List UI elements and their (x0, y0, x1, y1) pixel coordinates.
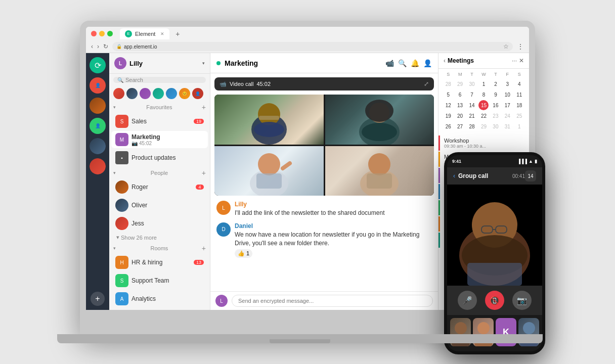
refresh-button[interactable]: ↻ (103, 43, 108, 50)
cal-day-22[interactable]: 22 (478, 111, 489, 121)
notifications-button[interactable]: 🔔 (411, 59, 419, 67)
calendar-back-button[interactable]: ‹ (444, 57, 446, 64)
user-avatar-3[interactable]: 👤 (90, 118, 106, 134)
cal-day-30-prev[interactable]: 30 (467, 79, 477, 89)
add-favourite-button[interactable]: + (202, 103, 206, 111)
oliver-label: Oliver (131, 202, 204, 209)
cal-day-1[interactable]: 1 (478, 79, 489, 89)
cal-day-29-prev[interactable]: 29 (455, 79, 465, 89)
cal-day-12[interactable]: 12 (443, 100, 453, 110)
user-avatar-4[interactable] (90, 138, 106, 154)
sidebar-item-marketing[interactable]: M Marketing 📷 45:02 (111, 131, 208, 148)
laptop-base (57, 334, 543, 343)
cal-day-16[interactable]: 16 (491, 100, 501, 110)
sidebar-item-hr-hiring[interactable]: H HR & hiring 13 (111, 254, 208, 271)
expand-icon[interactable]: ⤢ (424, 80, 429, 87)
forward-button[interactable]: › (97, 43, 99, 50)
cal-day-5[interactable]: 5 (443, 89, 453, 100)
user-avatar-5[interactable] (90, 158, 106, 174)
contact-avatar-6[interactable]: 😊 (179, 88, 190, 99)
cal-day-10[interactable]: 10 (502, 89, 512, 100)
user-avatar-1[interactable]: 👤 (90, 77, 106, 94)
cal-day-1-next[interactable]: 1 (514, 121, 524, 131)
cal-day-28-prev[interactable]: 28 (443, 79, 453, 89)
add-person-button[interactable]: + (202, 169, 206, 177)
group-participants-button[interactable]: 14 (525, 170, 536, 181)
message-input[interactable] (232, 295, 433, 307)
cal-day-9[interactable]: 9 (491, 89, 501, 100)
cal-day-6[interactable]: 6 (455, 89, 465, 100)
search-chat-button[interactable]: 🔍 (398, 59, 407, 67)
cal-day-29-next[interactable]: 29 (478, 121, 489, 131)
video-call-button[interactable]: 📹 (385, 59, 394, 67)
calendar-header: ‹ Meetings ··· ✕ (438, 53, 529, 69)
cal-day-13[interactable]: 13 (455, 100, 465, 110)
cal-day-17[interactable]: 17 (502, 100, 512, 110)
close-button[interactable] (91, 31, 97, 36)
sidebar-item-q2-planning[interactable]: Q Q2 Planning (111, 308, 208, 310)
cal-day-21[interactable]: 21 (467, 111, 477, 121)
cal-day-14[interactable]: 14 (467, 100, 477, 110)
sidebar-item-jess[interactable]: Jess (111, 215, 208, 232)
cal-day-11[interactable]: 11 (514, 89, 524, 100)
user-profile[interactable]: L Lilly (114, 57, 143, 69)
address-bar[interactable]: 🔒 app.element.io ☆ (112, 42, 513, 51)
bookmark-button[interactable]: ☆ (503, 43, 509, 50)
contact-avatar-3[interactable] (140, 88, 151, 99)
search-bar[interactable]: 🔍 Search (113, 77, 206, 83)
cal-day-20[interactable]: 20 (455, 111, 465, 121)
event-workshop[interactable]: Workshop 09:30 am - 10:30 a... (438, 135, 529, 151)
contact-avatar-1[interactable] (113, 88, 124, 99)
cal-day-8[interactable]: 8 (478, 89, 489, 100)
cal-day-31-next[interactable]: 31 (502, 121, 512, 131)
contact-avatar-7[interactable]: 👤 (192, 88, 203, 99)
back-icon[interactable]: ‹ (453, 172, 455, 179)
cal-day-7[interactable]: 7 (467, 89, 477, 100)
cal-day-30-next[interactable]: 30 (491, 121, 501, 131)
show-more-people[interactable]: ▾ Show 26 more (109, 233, 210, 242)
sidebar-item-analytics[interactable]: A Analytics (111, 290, 208, 307)
tab-close-icon[interactable]: ✕ (160, 31, 164, 36)
maximize-button[interactable] (107, 31, 113, 36)
contact-avatar-4[interactable] (153, 88, 164, 99)
cal-day-18[interactable]: 18 (514, 100, 524, 110)
message-input-area: L (210, 291, 438, 310)
cal-day-26[interactable]: 26 (443, 121, 453, 131)
new-tab-button[interactable]: + (175, 30, 180, 38)
cal-day-27[interactable]: 27 (455, 121, 465, 131)
jess-avatar (115, 217, 128, 230)
minimize-button[interactable] (99, 31, 105, 36)
sidebar-item-product-updates[interactable]: ▪ Product updates (111, 149, 208, 166)
chevron-down-icon[interactable]: ▾ (202, 61, 205, 66)
calendar-more-button[interactable]: ··· (512, 57, 517, 64)
user-avatar-2[interactable] (90, 98, 106, 114)
mute-button[interactable]: 🎤 (458, 291, 477, 310)
cal-day-19[interactable]: 19 (443, 111, 453, 121)
add-room-button[interactable]: + (202, 244, 206, 252)
sidebar-item-support-team[interactable]: S Support Team (111, 272, 208, 289)
members-button[interactable]: 👤 (423, 59, 432, 67)
sidebar-item-sales[interactable]: S Sales 19 (111, 113, 208, 130)
contact-avatar-5[interactable] (166, 88, 177, 99)
weekday-t: T (466, 71, 477, 78)
cal-day-23[interactable]: 23 (491, 111, 501, 121)
contact-avatar-2[interactable] (126, 88, 138, 99)
sidebar-item-oliver[interactable]: Oliver (111, 197, 208, 214)
camera-button[interactable]: 📷 (512, 291, 532, 310)
calendar-close-button[interactable]: ✕ (519, 57, 524, 64)
browser-tab[interactable]: E Element ✕ (120, 28, 169, 39)
cal-day-2[interactable]: 2 (491, 79, 501, 89)
element-logo[interactable]: ⟳ (90, 57, 106, 73)
cal-day-3[interactable]: 3 (502, 79, 512, 89)
cal-day-4[interactable]: 4 (514, 79, 524, 89)
cal-day-24[interactable]: 24 (502, 111, 512, 121)
sidebar-item-roger[interactable]: Roger 4 (111, 178, 208, 196)
add-space-button[interactable]: + (91, 292, 105, 306)
video-call-banner[interactable]: 📹 Video call 45:02 ⤢ (214, 77, 434, 90)
back-button[interactable]: ‹ (91, 43, 93, 50)
cal-day-25[interactable]: 25 (514, 111, 524, 121)
cal-day-28[interactable]: 28 (467, 121, 477, 131)
browser-menu-button[interactable]: ⋮ (517, 42, 524, 51)
end-call-button[interactable]: 📵 (485, 291, 504, 310)
cal-day-15-today[interactable]: 15 (478, 100, 489, 110)
